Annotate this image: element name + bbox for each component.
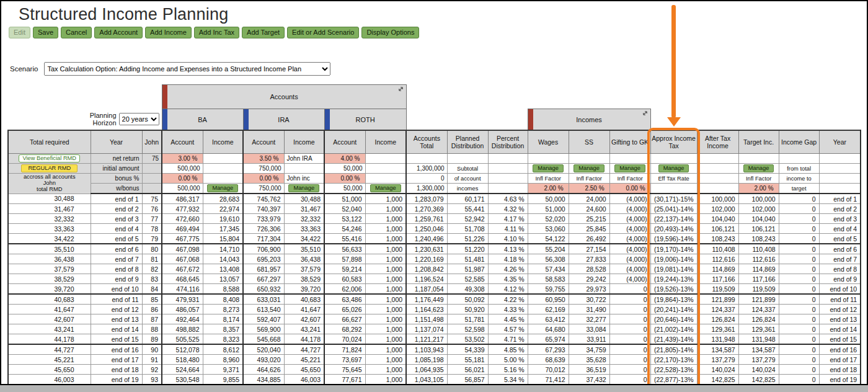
accounts-group-row: Accounts	[8, 85, 861, 109]
cell-ira-account[interactable]: 0.00 %	[243, 174, 284, 184]
cell-percent-distribution: 4.71 %	[488, 334, 528, 345]
cell-roth-account[interactable]: 50,000	[324, 164, 365, 174]
planning-horizon-select[interactable]: 20 years	[119, 113, 159, 125]
cell-approx-income-tax: (22,170)-13%	[650, 355, 697, 365]
regular-rmd-button[interactable]: REGULAR RMD	[21, 164, 78, 172]
cell-target-inc: 137,279	[738, 355, 779, 365]
cell-ba-income: 14,710	[203, 244, 243, 254]
cell-target-inc[interactable]: 2.00 %	[738, 184, 779, 194]
cell-wages: 72,841	[528, 385, 569, 386]
spacer	[8, 85, 162, 109]
table-row: 31,467end of 276477,93222,974740,39731,4…	[8, 204, 861, 214]
cell-percent-distribution: 4.11 %	[488, 224, 528, 234]
cell-ba-account: 467,672	[162, 264, 203, 274]
expand-icon[interactable]	[642, 110, 649, 117]
cell-gifting-to-gk: (4,000)	[609, 194, 650, 204]
cell-ba-account: 512,078	[162, 344, 203, 355]
toolbar-button-add-inc-tax[interactable]: Add Inc Tax	[194, 27, 239, 38]
cell-target-inc: 119,509	[738, 284, 779, 295]
cell-income-gap: 0	[779, 194, 819, 204]
toolbar-button-add-target[interactable]: Add Target	[242, 27, 285, 38]
cell-ba-account[interactable]: 500,000	[162, 164, 203, 174]
table-row: 32,332end of 377472,66019,610733,97932,3…	[8, 214, 861, 224]
cell-accounts-total[interactable]: 1,300,000	[406, 184, 447, 194]
manage-button-approx-income-tax[interactable]: Manage	[658, 164, 689, 172]
toolbar-button-save[interactable]: Save	[33, 27, 58, 38]
table-row: 44,178end of 1589505,5258,323545,66844,1…	[8, 334, 861, 345]
cell-ss: 24,000	[569, 194, 609, 204]
cell-john: 82	[142, 264, 162, 274]
cell-ira-account: 695,203	[243, 254, 284, 264]
expand-icon[interactable]	[397, 86, 405, 93]
manage-button-wages[interactable]: Manage	[533, 164, 564, 172]
cell-roth-account: 77,671	[324, 375, 365, 385]
cell-ira-account[interactable]: 3.50 %	[243, 154, 284, 164]
cell-planned-distribution: 50,920	[447, 305, 488, 314]
cell-ba-account[interactable]: 3.00 %	[162, 154, 203, 164]
cell-ira-income: 40,683	[284, 294, 324, 305]
cell-target-inc: 117,166	[738, 274, 779, 284]
cell-planned-distribution: 54,339	[447, 344, 488, 355]
manage-button-gifting-to-gk[interactable]: Manage	[614, 164, 645, 172]
cell-john: 93	[142, 375, 162, 385]
cell-percent-distribution: 4.10 %	[488, 234, 528, 244]
cell-year: end of 5	[91, 234, 142, 244]
cell-ba-account: 477,932	[162, 204, 203, 214]
cell-ba-account[interactable]: 0.00 %	[162, 174, 203, 184]
cell-after-tax-income: 131,948	[697, 334, 738, 345]
cell-approx-income-tax: (19,864)-13%	[650, 294, 697, 305]
cell-ba-income: 22,974	[203, 204, 243, 214]
manage-button-ss[interactable]: Manage	[574, 164, 604, 172]
toolbar-button-edit-or-add-scenario[interactable]: Edit or Add Scenario	[287, 27, 359, 38]
toolbar-button-add-account[interactable]: Add Account	[94, 27, 143, 38]
cell-ss: 34,759	[569, 344, 609, 355]
manage-button-roth-income[interactable]: Manage	[370, 184, 401, 192]
cell-ira-account: 569,900	[243, 324, 284, 334]
cell-gifting-to-gk[interactable]: 0.00 %	[609, 184, 650, 194]
cell-ira-account[interactable]: 750,000	[243, 184, 284, 194]
cell-planned-distribution: 51,220	[447, 244, 488, 254]
cell-accounts-total[interactable]: 0	[406, 174, 447, 184]
manage-button-ira-income[interactable]: Manage	[288, 184, 319, 192]
bottom-scrollbar-track[interactable]	[0, 385, 868, 392]
cell-roth-account[interactable]: 4.00 %	[324, 154, 365, 164]
cell-john: 89	[142, 334, 162, 345]
cell-income-gap: 0	[779, 314, 819, 324]
cell-ss: 29,973	[569, 284, 609, 295]
cell-ira-income: 38,529	[284, 274, 324, 284]
header-planned-distribution: Planned Distribution	[447, 130, 488, 154]
cell-ba-account: 469,494	[162, 224, 203, 234]
manage-button-ba-income[interactable]: Manage	[207, 184, 238, 192]
cell-ira-account[interactable]: 750,000	[243, 164, 284, 174]
cell-accounts-total[interactable]: 1,300,000	[406, 164, 447, 174]
cell-ba-income	[203, 164, 243, 174]
cell-ba-account[interactable]: 500,000	[162, 184, 203, 194]
cell-ba-account: 498,882	[162, 324, 203, 334]
toolbar-button-display-options[interactable]: Display Options	[361, 27, 419, 38]
cell-roth-account[interactable]: 50,000	[324, 184, 365, 194]
toolbar-button-cancel[interactable]: Cancel	[61, 27, 92, 38]
cell-roth-account[interactable]: 0.00 %	[324, 174, 365, 184]
scenario-select[interactable]: Tax Calculation Option: Adding Income an…	[44, 62, 330, 76]
toolbar-button-add-income[interactable]: Add Income	[145, 27, 192, 38]
cell-year: end of 19	[91, 375, 142, 385]
view-beneficial-rmd-button[interactable]: View Beneficial RMD	[19, 154, 80, 163]
cell-approx-income-tax: (21,439)-14%	[650, 334, 697, 345]
cell-year-end: end of 4	[819, 224, 861, 234]
manage-button-target-inc[interactable]: Manage	[743, 164, 774, 172]
cell-roth-income: 1,000	[365, 274, 406, 284]
cell-percent-distribution: 4.33 %	[488, 305, 528, 314]
cell-wages: 52,020	[528, 214, 569, 224]
cell-roth-account: 66,627	[324, 314, 365, 324]
cell-total-required: 33,363	[8, 224, 91, 234]
cell-ss: 37,432	[569, 375, 609, 385]
cell-ss[interactable]: 2.50 %	[569, 184, 609, 194]
cell-roth-income: 1,000	[365, 375, 406, 385]
header-gifting-to-gk: Gifting to GK	[609, 130, 650, 154]
cell-after-tax-income: 119,509	[697, 284, 738, 295]
cell-wages[interactable]: 2.00 %	[528, 184, 569, 194]
header-row: Total requiredYearJohnAccountIncomeAccou…	[8, 130, 861, 154]
cell-total-required: 43,241	[8, 324, 91, 334]
cell-ba-account: 467,775	[162, 234, 203, 244]
toolbar-button-edit[interactable]: Edit	[9, 27, 30, 38]
